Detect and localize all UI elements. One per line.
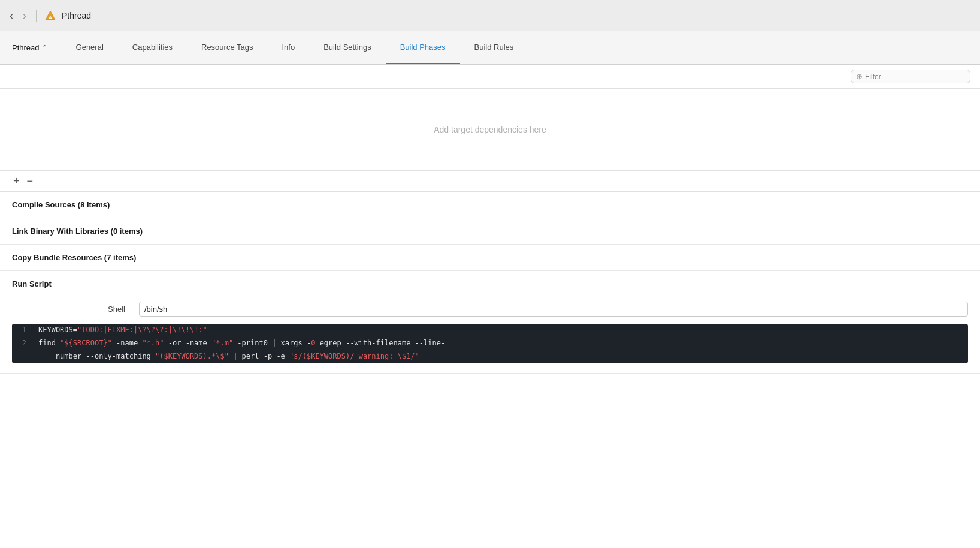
line-content-2: find "${SRCROOT}" -name "*.h" -or -name … (34, 337, 968, 349)
code-line-2: 2 find "${SRCROOT}" -name "*.h" -or -nam… (12, 337, 968, 350)
shell-label: Shell (108, 305, 132, 314)
copy-bundle-section[interactable]: Copy Bundle Resources (7 items) (0, 245, 980, 271)
tab-capabilities[interactable]: Capabilities (118, 31, 187, 64)
tab-build-settings[interactable]: Build Settings (309, 31, 386, 64)
forward-button[interactable]: › (20, 9, 29, 22)
back-button[interactable]: ‹ (7, 9, 16, 22)
nav-title: Pthread (62, 11, 91, 20)
line-content-3: number --only-matching "($KEYWORDS).*\$"… (34, 350, 968, 362)
tab-bar: Pthread ⌃ General Capabilities Resource … (0, 31, 980, 65)
filter-input-wrapper: ⊕ (851, 70, 970, 83)
dependencies-placeholder: Add target dependencies here (434, 125, 546, 134)
run-script-header[interactable]: Run Script (0, 271, 980, 297)
svg-text:A: A (49, 14, 52, 20)
line-number-3 (12, 350, 34, 354)
tab-build-phases[interactable]: Build Phases (386, 31, 460, 64)
dependencies-area: Add target dependencies here (0, 89, 980, 171)
shell-input[interactable] (139, 302, 968, 317)
code-line-1: 1 KEYWORDS="TODO:|FIXME:|\?\?\?:|\!\!\!:… (12, 324, 968, 337)
nav-bar: ‹ › A Pthread (0, 0, 980, 31)
tab-build-rules[interactable]: Build Rules (460, 31, 528, 64)
shell-row: Shell (0, 297, 980, 321)
main-content: ⊕ Add target dependencies here + − Compi… (0, 65, 980, 548)
link-binary-section[interactable]: Link Binary With Libraries (0 items) (0, 218, 980, 245)
line-content-1: KEYWORDS="TODO:|FIXME:|\?\?\?:|\!\!\!:" (34, 324, 968, 336)
add-dependency-button[interactable]: + (12, 176, 21, 186)
code-line-3: number --only-matching "($KEYWORDS).*\$"… (12, 350, 968, 363)
target-selector[interactable]: Pthread ⌃ (5, 40, 55, 56)
compile-sources-section[interactable]: Compile Sources (8 items) (0, 192, 980, 218)
nav-separator (36, 10, 37, 22)
target-icon: A (44, 9, 57, 22)
filter-bar: ⊕ (0, 65, 980, 89)
code-editor[interactable]: 1 KEYWORDS="TODO:|FIXME:|\?\?\?:|\!\!\!:… (12, 324, 968, 363)
code-lines: 1 KEYWORDS="TODO:|FIXME:|\?\?\?:|\!\!\!:… (12, 324, 968, 363)
line-number-2: 2 (12, 337, 34, 349)
target-selector-chevron: ⌃ (42, 44, 47, 52)
line-number-1: 1 (12, 324, 34, 336)
filter-icon: ⊕ (856, 72, 863, 81)
tab-resource-tags[interactable]: Resource Tags (187, 31, 267, 64)
run-script-section: Run Script Shell 1 KEYWORDS="TODO:|FIXME… (0, 271, 980, 374)
add-remove-bar: + − (0, 171, 980, 192)
remove-dependency-button[interactable]: − (26, 176, 35, 186)
tab-general[interactable]: General (62, 31, 118, 64)
target-selector-label: Pthread (12, 43, 40, 52)
tab-info[interactable]: Info (267, 31, 309, 64)
filter-input[interactable] (865, 73, 965, 81)
